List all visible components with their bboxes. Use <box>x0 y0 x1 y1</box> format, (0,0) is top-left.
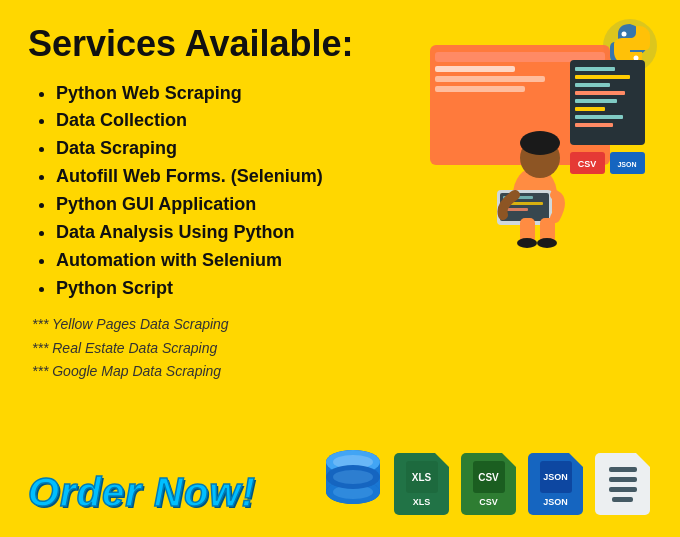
svg-point-31 <box>517 238 537 248</box>
svg-rect-15 <box>575 115 623 119</box>
svg-point-32 <box>537 238 557 248</box>
list-item: Python Script <box>56 275 652 303</box>
svg-rect-13 <box>575 99 617 103</box>
svg-rect-5 <box>435 66 515 72</box>
special-item: *** Yellow Pages Data Scraping <box>32 313 652 337</box>
svg-rect-11 <box>575 83 610 87</box>
svg-rect-16 <box>575 123 613 127</box>
hero-illustration: CSV JSON <box>425 40 670 250</box>
special-items: *** Yellow Pages Data Scraping *** Real … <box>28 313 652 384</box>
order-now-cta[interactable]: Order Now! <box>28 470 620 515</box>
special-item: *** Google Map Data Scraping <box>32 360 652 384</box>
svg-rect-6 <box>435 76 545 82</box>
svg-rect-9 <box>575 67 615 71</box>
svg-rect-7 <box>435 86 525 92</box>
page-container: Services Available: CSV JSON <box>0 0 680 537</box>
svg-text:JSON: JSON <box>617 161 636 168</box>
svg-point-23 <box>520 131 560 155</box>
svg-rect-14 <box>575 107 605 111</box>
special-item: *** Real Estate Data Scraping <box>32 337 652 361</box>
svg-text:CSV: CSV <box>578 159 597 169</box>
list-item: Automation with Selenium <box>56 247 652 275</box>
svg-rect-12 <box>575 91 625 95</box>
svg-point-1 <box>622 32 627 37</box>
svg-rect-10 <box>575 75 630 79</box>
